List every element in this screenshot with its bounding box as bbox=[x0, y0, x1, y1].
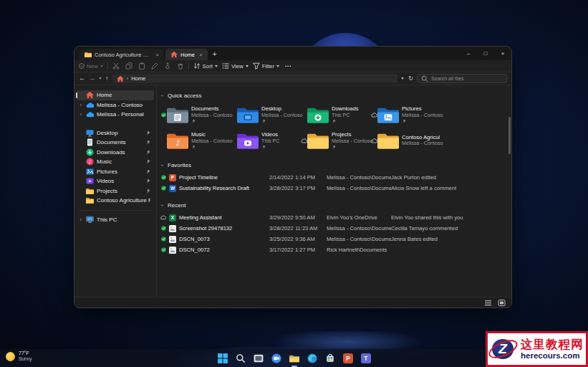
search-input[interactable] bbox=[431, 76, 503, 81]
quick-access-tile-music[interactable]: ♪MusicMelissa - Contoso bbox=[160, 128, 230, 153]
favorites-header[interactable]: › Favorites bbox=[160, 161, 509, 169]
forward-button[interactable]: → bbox=[89, 75, 95, 82]
address-bar: ← → ↑ › Home ↻ bbox=[74, 72, 511, 85]
watermark-logo: Z bbox=[489, 335, 518, 363]
sidebar-item-this-pc[interactable]: ›This PC bbox=[77, 215, 154, 225]
folder-folder-icon bbox=[377, 132, 399, 149]
file-date: 3/28/2022 3:17 PM bbox=[269, 185, 327, 191]
sidebar-item-melissa-contoso[interactable]: ›Melissa - Contoso bbox=[77, 100, 154, 110]
scrollbar[interactable] bbox=[509, 117, 511, 154]
taskbar-microsoft-store-icon[interactable] bbox=[324, 353, 336, 364]
address-dropdown-icon[interactable] bbox=[401, 77, 404, 80]
tab-contoso-agriculture-project[interactable]: Contoso Agriculture Project× bbox=[79, 49, 164, 60]
file-row-sustainability-research-draft[interactable]: WSustainability Research Draft3/28/2022 … bbox=[160, 183, 509, 194]
taskbar-file-explorer-icon[interactable] bbox=[289, 353, 300, 364]
sidebar-item-desktop[interactable]: ›Desktop bbox=[77, 128, 154, 138]
file-location: Melissa - Contoso\Documents bbox=[327, 185, 391, 191]
taskbar-search-icon[interactable] bbox=[235, 353, 246, 364]
taskbar-start-icon[interactable] bbox=[217, 353, 228, 364]
tile-location: Melissa - Contoso bbox=[402, 140, 440, 146]
pin-icon bbox=[191, 119, 196, 123]
view-button[interactable]: View bbox=[222, 62, 249, 70]
close-tab-icon[interactable]: × bbox=[154, 52, 160, 58]
history-chevron-icon[interactable] bbox=[99, 77, 102, 80]
sort-button[interactable]: Sort bbox=[193, 62, 218, 70]
file-row-dscn-0073[interactable]: DSCN_00733/25/2022 9:36 AMMelissa - Cont… bbox=[160, 234, 509, 244]
sidebar-item-home[interactable]: ›Home bbox=[77, 90, 154, 100]
window-controls: – □ × bbox=[460, 47, 511, 60]
filter-button[interactable]: Filter bbox=[253, 62, 279, 70]
close-button[interactable]: × bbox=[494, 47, 511, 60]
home-icon bbox=[170, 51, 178, 58]
quick-access-tile-desktop[interactable]: DesktopMelissa - Contoso bbox=[230, 102, 300, 128]
quick-access-header[interactable]: › Quick access bbox=[160, 91, 509, 100]
more-options-button[interactable]: ••• bbox=[285, 64, 291, 68]
tab-home[interactable]: Home× bbox=[165, 49, 208, 60]
watermark-title: 这里教程网 bbox=[521, 338, 584, 351]
sidebar-item-pictures[interactable]: ›Pictures bbox=[77, 167, 154, 177]
sidebar-item-downloads[interactable]: ›Downloads bbox=[77, 148, 154, 158]
refresh-icon[interactable]: ↻ bbox=[408, 75, 413, 82]
quick-access-tile-documents[interactable]: DocumentsMelissa - Contoso bbox=[160, 102, 230, 128]
new-button[interactable]: + New bbox=[79, 63, 103, 70]
file-row-dscn-0072[interactable]: DSCN_00723/17/2022 1:27 PMRick Hartnett\… bbox=[160, 244, 509, 255]
file-date: 3/25/2022 9:36 AM bbox=[269, 236, 327, 242]
up-button[interactable]: ↑ bbox=[105, 75, 109, 82]
desktop[interactable]: Contoso Agriculture Project×Home× + – □ … bbox=[0, 0, 588, 367]
sort-icon bbox=[193, 62, 201, 70]
back-button[interactable]: ← bbox=[79, 75, 85, 82]
pin-icon bbox=[145, 140, 150, 145]
taskbar-chat-icon[interactable] bbox=[271, 353, 282, 364]
breadcrumb[interactable]: › Home bbox=[112, 74, 398, 83]
large-icons-view-icon[interactable] bbox=[498, 299, 506, 307]
taskbar-powerpoint-icon[interactable]: P bbox=[342, 353, 354, 364]
search-box[interactable] bbox=[417, 74, 507, 83]
weather-widget[interactable]: 77°F Sunny bbox=[6, 351, 32, 362]
sidebar-section: ›Desktop›Documents›Downloads›♪Music›Pict… bbox=[74, 128, 156, 206]
quick-access-grid: DocumentsMelissa - ContosoDesktopMelissa… bbox=[160, 102, 509, 153]
sidebar-item-melissa-personal[interactable]: ›Melissa - Personal bbox=[77, 110, 154, 120]
file-row-screenshot-29478132[interactable]: Screenshot 294781323/28/2022 11:23 AMMel… bbox=[160, 223, 509, 234]
quick-access-tile-downloads[interactable]: DownloadsThis PC bbox=[300, 102, 370, 128]
image-file-icon bbox=[169, 225, 176, 232]
sidebar-item-music[interactable]: ›♪Music bbox=[77, 157, 154, 167]
tile-location: Melissa - Contoso bbox=[402, 113, 440, 118]
file-date: 2/14/2022 1:14 PM bbox=[269, 174, 327, 181]
maximize-button[interactable]: □ bbox=[477, 47, 494, 60]
file-row-meeting-assistant[interactable]: XMeeting Assistant3/29/2022 9:50 AMElvin… bbox=[160, 212, 509, 223]
taskbar-edge-icon[interactable] bbox=[307, 353, 318, 364]
music-icon: ♪ bbox=[86, 158, 94, 166]
chevron-right-icon[interactable]: › bbox=[78, 111, 83, 118]
chevron-down-icon bbox=[246, 65, 249, 67]
minimize-button[interactable]: – bbox=[460, 47, 477, 60]
quick-access-tile-contoso-agriculture-project[interactable]: Contoso Agriculture ProjectMelissa - Con… bbox=[370, 128, 440, 153]
file-row-project-timeline[interactable]: PProject Timeline2/14/2022 1:14 PMMeliss… bbox=[160, 172, 509, 183]
pin-icon bbox=[402, 119, 406, 123]
home-icon bbox=[117, 75, 124, 82]
pin-icon bbox=[332, 145, 336, 149]
pin-icon bbox=[145, 169, 150, 174]
chevron-right-icon[interactable]: › bbox=[78, 216, 83, 223]
sidebar-item-contoso-agriculture-project[interactable]: ›Contoso Agriculture Project bbox=[77, 196, 154, 206]
tab-bar: Contoso Agriculture Project×Home× + – □ … bbox=[74, 47, 511, 60]
file-date: 3/17/2022 1:27 PM bbox=[269, 247, 327, 253]
watermark-url: herecours.com bbox=[521, 351, 584, 360]
sidebar-item-videos[interactable]: ›Videos bbox=[77, 176, 154, 186]
taskbar-teams-icon[interactable]: T bbox=[360, 353, 372, 364]
quick-access-tile-projects[interactable]: ProjectsMelissa - Contoso bbox=[300, 128, 370, 153]
details-view-icon[interactable] bbox=[484, 299, 492, 307]
recent-header[interactable]: › Recent bbox=[160, 201, 509, 209]
tile-location: Melissa - Contoso bbox=[332, 138, 370, 144]
folder-icon bbox=[86, 187, 94, 195]
sidebar-item-projects[interactable]: ›Projects bbox=[77, 186, 154, 196]
pin-icon bbox=[332, 119, 336, 123]
quick-access-tile-pictures[interactable]: PicturesMelissa - Contoso bbox=[370, 102, 440, 128]
taskbar-task-view-icon[interactable] bbox=[253, 353, 264, 364]
chevron-right-icon[interactable]: › bbox=[78, 102, 83, 108]
new-tab-button[interactable]: + bbox=[209, 49, 221, 60]
close-tab-icon[interactable]: × bbox=[198, 52, 204, 58]
cloud-status-icon bbox=[160, 215, 166, 220]
quick-access-tile-videos[interactable]: VideosThis PC bbox=[230, 128, 300, 153]
pin-icon bbox=[145, 130, 150, 135]
sidebar-item-documents[interactable]: ›Documents bbox=[77, 138, 154, 148]
